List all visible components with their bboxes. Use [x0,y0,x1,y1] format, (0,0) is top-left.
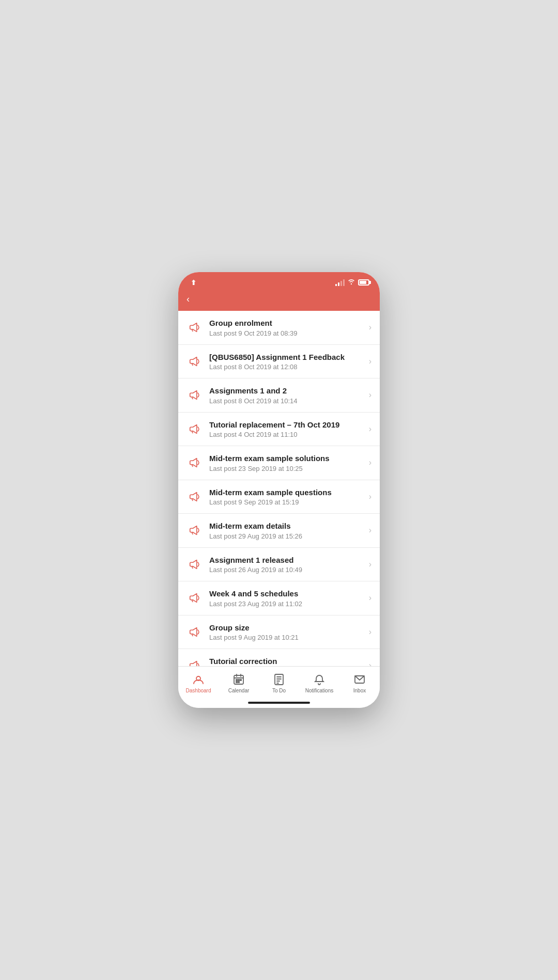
announcement-icon [187,353,203,370]
item-text: Assignment 1 released Last post 26 Aug 2… [209,555,365,574]
back-button[interactable]: ‹ [187,294,191,305]
announcement-icon [187,421,203,437]
item-text: Group enrolment Last post 9 Oct 2019 at … [209,318,365,337]
inbox-icon [353,673,366,686]
list-item[interactable]: Week 4 and 5 schedules Last post 23 Aug … [178,581,380,615]
announcement-icon [187,319,203,336]
battery-icon [358,279,369,286]
item-title: Mid-term exam details [209,521,365,531]
item-text: Mid-term exam sample solutions Last post… [209,453,365,472]
nav-item-notifications[interactable]: Notifications [299,671,339,696]
item-subtitle: Last post 9 Sep 2019 at 15:19 [209,498,365,506]
item-title: Group size [209,623,365,633]
item-text: Group size Last post 9 Aug 2019 at 10:21 [209,623,365,642]
home-indicator [178,698,380,708]
home-bar [248,702,310,704]
status-icons [335,278,369,287]
item-text: Assignments 1 and 2 Last post 8 Oct 2019… [209,386,365,405]
item-subtitle: Last post 9 Oct 2019 at 08:39 [209,329,365,337]
item-subtitle: Last post 4 Oct 2019 at 11:10 [209,431,365,438]
announcement-icon [187,454,203,471]
nav-item-todo[interactable]: To Do [259,671,299,696]
list-item[interactable]: Group size Last post 9 Aug 2019 at 10:21… [178,615,380,650]
announcement-icon [187,556,203,573]
item-title: Week 4 and 5 schedules [209,589,365,599]
navigation-icon: ⬆ [191,279,196,287]
item-subtitle: Last post 8 Oct 2019 at 10:14 [209,397,365,405]
item-text: [QBUS6850] Assignment 1 Feedback Last po… [209,352,365,371]
list-item[interactable]: Mid-term exam sample questions Last post… [178,480,380,514]
announcement-icon [187,387,203,403]
dashboard-label: Dashboard [186,688,211,693]
item-text: Week 4 and 5 schedules Last post 23 Aug … [209,589,365,608]
item-title: Assignments 1 and 2 [209,386,365,396]
chevron-right-icon: › [369,492,371,501]
item-subtitle: Last post 29 Aug 2019 at 15:26 [209,532,365,540]
item-subtitle: Last post 23 Sep 2019 at 10:25 [209,465,365,472]
status-time: ⬆ [189,279,196,287]
notifications-icon [313,673,326,686]
status-bar: ⬆ [178,272,380,290]
item-title: [QBUS6850] Assignment 1 Feedback [209,352,365,362]
item-subtitle: Last post 9 Aug 2019 at 10:21 [209,634,365,641]
item-text: Mid-term exam sample questions Last post… [209,487,365,507]
list-item[interactable]: Mid-term exam sample solutions Last post… [178,446,380,480]
chevron-right-icon: › [369,593,371,603]
item-title: Mid-term exam sample solutions [209,453,365,464]
announcement-icon [187,657,203,666]
phone-frame: ⬆ ‹ [178,272,380,708]
svg-rect-7 [240,679,241,681]
item-title: Tutorial correction [209,656,365,666]
announcement-icon [187,590,203,606]
svg-rect-8 [236,682,237,683]
list-item[interactable]: [QBUS6850] Assignment 1 Feedback Last po… [178,345,380,379]
chevron-right-icon: › [369,390,371,400]
list-item[interactable]: Group enrolment Last post 9 Oct 2019 at … [178,311,380,345]
list-item[interactable]: Tutorial correction Last post 6 Aug 2019… [178,649,380,666]
header: ‹ [178,290,380,311]
list-item[interactable]: Mid-term exam details Last post 29 Aug 2… [178,514,380,548]
item-subtitle: Last post 23 Aug 2019 at 11:02 [209,600,365,608]
svg-rect-9 [238,682,239,683]
calendar-label: Calendar [228,688,250,693]
calendar-icon [232,673,245,686]
item-title: Tutorial replacement – 7th Oct 2019 [209,420,365,430]
todo-icon [272,673,286,686]
chevron-right-icon: › [369,526,371,535]
nav-item-calendar[interactable]: Calendar [219,671,259,696]
svg-rect-6 [238,679,239,681]
item-text: Tutorial replacement – 7th Oct 2019 Last… [209,420,365,439]
item-title: Assignment 1 released [209,555,365,565]
item-subtitle: Last post 26 Aug 2019 at 10:49 [209,566,365,574]
chevron-right-icon: › [369,323,371,332]
item-text: Tutorial correction Last post 6 Aug 2019… [209,656,365,666]
chevron-right-icon: › [369,560,371,569]
notifications-label: Notifications [305,688,333,693]
back-chevron-icon: ‹ [187,294,190,305]
bottom-nav: Dashboard Calendar To Do [178,666,380,698]
chevron-right-icon: › [369,424,371,434]
todo-label: To Do [272,688,286,693]
announcement-icon [187,624,203,640]
wifi-icon [347,278,355,287]
nav-item-inbox[interactable]: Inbox [339,671,380,696]
chevron-right-icon: › [369,661,371,666]
dashboard-icon [192,673,205,686]
list-item[interactable]: Tutorial replacement – 7th Oct 2019 Last… [178,413,380,447]
item-subtitle: Last post 8 Oct 2019 at 12:08 [209,363,365,371]
item-title: Group enrolment [209,318,365,328]
chevron-right-icon: › [369,627,371,637]
chevron-right-icon: › [369,357,371,366]
item-title: Mid-term exam sample questions [209,487,365,498]
inbox-label: Inbox [353,688,366,693]
svg-rect-10 [275,674,283,685]
item-text: Mid-term exam details Last post 29 Aug 2… [209,521,365,540]
announcements-list: Group enrolment Last post 9 Oct 2019 at … [178,311,380,666]
chevron-right-icon: › [369,458,371,467]
signal-icon [335,279,345,286]
svg-rect-5 [236,679,237,681]
list-item[interactable]: Assignment 1 released Last post 26 Aug 2… [178,548,380,582]
announcement-icon [187,522,203,539]
list-item[interactable]: Assignments 1 and 2 Last post 8 Oct 2019… [178,378,380,413]
nav-item-dashboard[interactable]: Dashboard [178,671,219,696]
